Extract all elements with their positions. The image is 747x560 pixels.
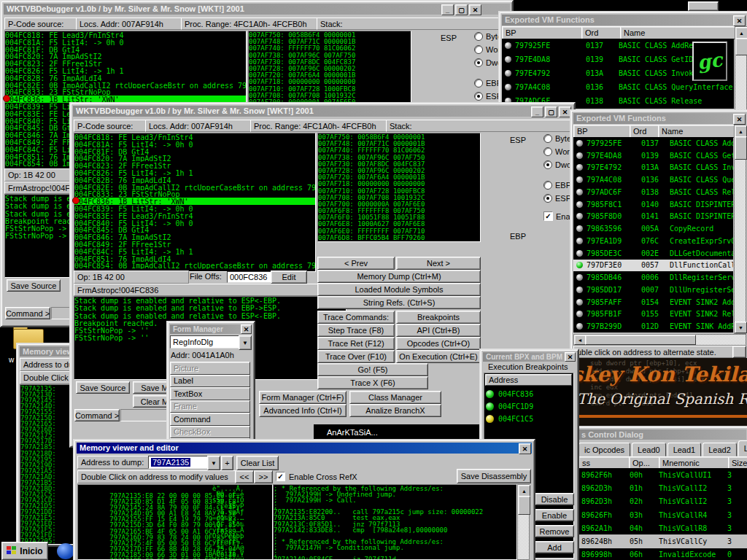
pcode-line[interactable]: 004FC845: DB GtI4 — [74, 226, 315, 233]
exported-function-row[interactable]: 797A4C08 0136 BASIC_CLASS_QueryInterface — [573, 174, 733, 186]
control-type-item[interactable]: CheckBox — [170, 426, 250, 439]
stack-line[interactable]: 007AF6D8: BFFC05B4 BFF79260 — [318, 234, 480, 241]
breakpoint-ball-icon[interactable] — [576, 238, 583, 244]
hex-line[interactable]: 797A218D:C3 55 8B EC 83 EC 10 56 ÃU‹ìƒì.… — [78, 550, 272, 556]
breakpoint-ball-icon[interactable] — [576, 225, 583, 232]
opcode-row[interactable]: 896998h 06h InvalidExcode 0 — [578, 548, 747, 560]
stack-line[interactable]: 007AF708: 007AF708 1001932C — [249, 92, 411, 98]
stack-line[interactable]: 007AF750: 0058B6F4 00000001 — [318, 133, 480, 140]
close-icon[interactable]: ✕ — [565, 352, 576, 362]
pcode-line[interactable]: 004FC836: 1B LitStr: 'XWN' — [74, 198, 315, 205]
stack-line[interactable]: 007AF738: 007AF96C 007AF750 — [318, 154, 480, 160]
hex-line[interactable]: 797A2135:E8 22 00 00 00 85 C0 0F è"....À… — [78, 485, 272, 491]
command-button[interactable]: Command > — [74, 409, 120, 421]
stack-line[interactable]: 007AF730: 007AF8DC 004FC837 — [318, 160, 480, 167]
breakpoint-ball-icon[interactable] — [505, 84, 511, 90]
pcode-line[interactable]: 004FC846: 7A ImpAdStI2 — [74, 233, 315, 241]
pcode-line[interactable]: 004FC81A: F5 LitI4: -> 0h 0 — [74, 141, 315, 148]
pcode-line[interactable]: 004FC82B: 76 ImpAdLdI4 — [5, 74, 246, 82]
stack-line[interactable]: 007AF738: 007AF96C 007AF750 — [249, 52, 411, 58]
scroll-up-icon[interactable]: ▲ — [735, 125, 747, 137]
opcode-row[interactable]: 8962D3h 02h ThisVCallI2 3 — [578, 495, 747, 508]
stack-line[interactable]: 007AF750: 0058B6F4 00000001 — [249, 31, 411, 38]
breakpoint-ball-icon[interactable] — [486, 415, 494, 423]
column-header-address[interactable]: ss — [578, 456, 632, 469]
enable-cross-refx-checkbox[interactable]: Enable Cross RefX — [276, 472, 357, 481]
exported-function-row[interactable]: 7985FB1F 0155 EVENT_SINK2_Release — [573, 308, 733, 321]
breakpoint-ball-icon[interactable] — [576, 201, 583, 208]
hex-line[interactable]: 797A216D:79 83 78 24 00 0F 85 C0 yƒx$..…… — [78, 526, 272, 532]
scroll-thumb[interactable] — [518, 496, 530, 515]
breakpoint-dot[interactable] — [3, 95, 10, 102]
breakpoint-ball-icon[interactable] — [576, 262, 583, 268]
control-type-item[interactable]: Command — [170, 413, 250, 426]
taskbar-app-icon[interactable] — [57, 543, 74, 559]
scrollbar-vertical[interactable]: ▲ — [735, 26, 747, 110]
exported-function-row[interactable]: 7985F8C1 0140 BASIC_DISPINTERFACE — [573, 198, 733, 211]
pcode-line[interactable]: 004FC823: 2F FFree1Str — [74, 162, 315, 169]
pcode-line[interactable]: 004FC826: F5 LitI4: -> 1h 1 — [5, 67, 246, 74]
window-titlebar[interactable]: WKTVBDebugger v1.0b / by Mr. Silver & Mr… — [4, 4, 510, 15]
window-titlebar[interactable]: Exported VM Functions — [573, 113, 746, 124]
stack-line[interactable]: 007AF718: 00000000 00000000 — [249, 78, 411, 85]
breakpoint-ball-icon[interactable] — [505, 70, 511, 77]
pcode-line[interactable]: 004FC849: 2F FFree1Str — [74, 241, 315, 248]
opcode-row[interactable]: 8962A1h 04h ThisVCallR8 3 — [578, 521, 747, 534]
window-titlebar[interactable]: Form Manager — [170, 324, 252, 334]
tab[interactable]: Lead3 — [738, 440, 747, 456]
stack-line[interactable]: 007AF6E0: FFFFFFFF 007AF710 — [318, 228, 480, 234]
hex-line[interactable]: 797A2165:BE 4F 05 00 A1 6C F0 89 ¾O..¡lð… — [78, 521, 272, 526]
scroll-thumb[interactable] — [735, 136, 747, 160]
pcode-line[interactable]: 004FC81F: DB GtI4 — [5, 46, 246, 53]
breakpoint-ball-icon[interactable] — [576, 152, 583, 159]
breakpoint-ball-icon[interactable] — [505, 56, 511, 63]
hex-line[interactable]: 797A2185:00 66 3D 01 00 1B C0 40 .f=...À… — [78, 544, 272, 550]
pcode-line[interactable]: 004FC82E: 0B ImpAdCallI2 rtcUpperCaseBst… — [74, 184, 315, 191]
column-header-name[interactable]: Name — [658, 125, 738, 138]
hex-line[interactable]: 797A215D:3D 64 F0 89 79 00 0F 85 =dð‰y..… — [78, 514, 272, 520]
breakpoint-row[interactable]: 004FC1C5 — [486, 413, 572, 425]
breakpoint-ball-icon[interactable] — [576, 299, 583, 306]
add-button[interactable]: Add — [535, 541, 574, 553]
breakpoint-ball-icon[interactable] — [576, 164, 583, 171]
trace-commands-button[interactable]: Trace Commands: — [317, 311, 395, 324]
scrollbar-vertical[interactable]: ▲ ▼ — [734, 125, 746, 334]
pcode-line[interactable]: 004FC826: F5 LitI4: -> 1h 1 — [74, 169, 315, 176]
page-forward-button[interactable]: >> — [254, 470, 273, 483]
radio-ebp[interactable]: EBP — [543, 181, 571, 190]
pcode-line[interactable]: 004FC81F: DB GtI4 — [74, 148, 315, 155]
exported-function-row[interactable]: 797ADC6F 0138 BASIC_CLASS_Release — [573, 186, 733, 198]
breakpoint-ball-icon[interactable] — [576, 140, 583, 147]
add-address-button[interactable]: + — [221, 456, 233, 470]
save-source-button[interactable]: Save Source — [76, 381, 130, 394]
page-back-button[interactable]: << — [235, 470, 254, 483]
exported-function-row[interactable]: 797925FE 0137 BASIC_CLASS_AddRef — [573, 137, 733, 149]
pcode-line[interactable]: 004FC851: 76 ImpAdLdI4 — [74, 255, 315, 262]
exported-function-row[interactable]: 797E4DA8 0139 BASIC_CLASS_GetIDsOfN — [573, 149, 733, 162]
breakpoint-ball-icon[interactable] — [576, 213, 583, 219]
pcode-line[interactable]: 004FC820: 7A ImpAdStI2 — [5, 52, 246, 60]
column-header-op[interactable]: Op... — [629, 456, 662, 469]
pcode-line[interactable]: 004FC823: 2F FFree1Str — [5, 60, 246, 67]
scrollbar-horizontal[interactable]: ◄ — [573, 334, 746, 346]
pcode-line[interactable]: 004FC839: F5 LitI4: -> 0h 0 — [74, 205, 315, 212]
column-header-bp[interactable]: BP — [502, 26, 585, 39]
window-titlebar[interactable]: Exported VM Functions — [502, 15, 746, 26]
window-titlebar[interactable]: Current BPX and BPM — [483, 352, 576, 362]
trace-x-button[interactable]: Trace X (F6) — [317, 376, 428, 389]
maximize-icon[interactable]: ▢ — [455, 4, 468, 15]
hex-line[interactable]: 797A213D:85 D1 4F 05 00 83 3D E8 .ÑO..ƒ=… — [78, 491, 272, 497]
stack-line[interactable]: 007AF718: 00000000 00000000 — [318, 180, 480, 187]
opcode-row[interactable]: 8962D3h 01h ThisVCallI2 3 — [578, 481, 747, 494]
control-type-item[interactable]: Label — [170, 375, 250, 388]
breakpoint-ball-icon[interactable] — [576, 311, 583, 317]
remove-button[interactable]: Remove — [535, 525, 574, 537]
exported-function-row[interactable]: 797A4C08 0136 BASIC_CLASS_QueryInterface — [502, 80, 734, 94]
start-button[interactable]: Inicio — [1, 542, 48, 560]
pcode-line[interactable]: 004FC854: 0B ImpAdCallI2 rtcUpperCaseBst… — [74, 262, 315, 269]
exported-function-row[interactable]: 7985F8D0 0141 BASIC_DISPINTERFACE — [573, 211, 733, 223]
column-header-mnemonic[interactable]: Mnemonic — [659, 456, 732, 469]
on-execution-button[interactable]: On Execution (Ctrl+E) — [396, 350, 481, 363]
breakpoints-button[interactable]: Breakpoints — [396, 311, 481, 324]
breakpoint-ball-icon[interactable] — [576, 250, 583, 257]
